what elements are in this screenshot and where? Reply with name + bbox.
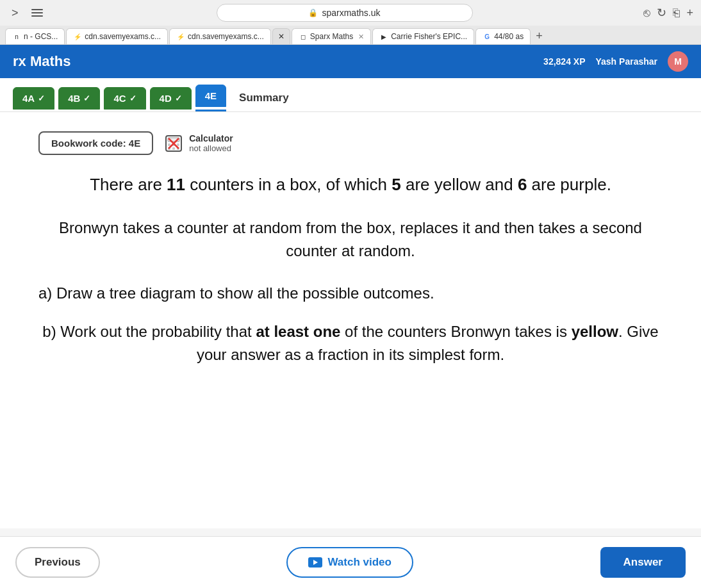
tab-4E-underline: [195, 110, 226, 111]
lock-icon: 🔒: [308, 8, 318, 17]
share-button[interactable]: ⎗: [673, 6, 680, 20]
tab-cdn1-favicon: ⚡: [73, 32, 82, 41]
user-name: Yash Parashar: [595, 56, 657, 67]
svg-rect-2: [168, 143, 170, 146]
tab-carrie-favicon: ▶: [379, 32, 388, 41]
tab-4D-label: 4D: [160, 93, 172, 104]
tab-cdn2-label: cdn.savemyexams.c...: [188, 32, 264, 41]
tab-4D[interactable]: 4D ✓: [150, 87, 192, 110]
calculator-icon: [163, 133, 184, 154]
browser-chrome: > 🔒 sparxmaths.uk ⎋ ↻ ⎗ + n n - GCS... ⚡…: [0, 0, 701, 45]
tab-4B-check-icon: ✓: [83, 94, 90, 103]
user-avatar[interactable]: M: [668, 51, 688, 72]
calculator-notice: Calculator not allowed: [163, 133, 233, 154]
tab-cdn1[interactable]: ⚡ cdn.savemyexams.c...: [66, 28, 168, 44]
tab-x-label: ✕: [278, 32, 285, 41]
browser-back-button[interactable]: >: [8, 5, 22, 21]
question-context: Bronwyn takes a counter at random from t…: [38, 216, 663, 263]
tab-4D-check-icon: ✓: [175, 94, 182, 103]
bottom-bar: Previous Watch video Answer: [0, 536, 701, 588]
tab-carrie-label: Carrie Fisher's EPIC...: [391, 32, 467, 41]
browser-menu-icon[interactable]: [29, 6, 45, 19]
refresh-icon[interactable]: ↻: [657, 6, 666, 20]
url-text: sparxmaths.uk: [322, 8, 380, 18]
watch-video-button[interactable]: Watch video: [286, 547, 413, 578]
num-yellow: 5: [392, 175, 400, 194]
tab-4E-label: 4E: [205, 90, 217, 101]
tab-cdn1-label: cdn.savemyexams.c...: [85, 32, 161, 41]
app-logo: rx Maths: [13, 53, 70, 70]
tab-4A[interactable]: 4A ✓: [13, 87, 54, 110]
num-total: 11: [167, 175, 185, 194]
app-header-right: 32,824 XP Yash Parashar M: [543, 51, 688, 72]
previous-button[interactable]: Previous: [15, 547, 100, 578]
tab-gcs[interactable]: n n - GCS...: [5, 28, 65, 44]
tabs-bar: n n - GCS... ⚡ cdn.savemyexams.c... ⚡ cd…: [0, 26, 701, 44]
tab-google[interactable]: G 44/80 as: [475, 28, 531, 44]
calculator-main-label: Calculator: [189, 133, 233, 143]
question-part-b: b) Work out the probability that at leas…: [38, 320, 663, 366]
share-icon[interactable]: ⎋: [643, 6, 650, 20]
xp-badge: 32,824 XP: [543, 56, 585, 67]
num-purple: 6: [518, 175, 527, 194]
tab-google-favicon: G: [482, 32, 491, 41]
tab-4B-label: 4B: [68, 93, 80, 104]
main-content: Bookwork code: 4E Calc: [0, 112, 701, 528]
bookwork-code-label: Bookwork code: 4E: [51, 138, 140, 149]
tab-google-label: 44/80 as: [494, 32, 524, 41]
bookwork-code-pill: Bookwork code: 4E: [38, 131, 153, 155]
tab-cdn2[interactable]: ⚡ cdn.savemyexams.c...: [169, 28, 271, 44]
tab-4A-label: 4A: [22, 93, 35, 104]
add-tab-button[interactable]: +: [686, 6, 693, 20]
watch-video-label: Watch video: [327, 556, 392, 569]
tab-carrie[interactable]: ▶ Carrie Fisher's EPIC...: [372, 28, 474, 44]
tab-summary[interactable]: Summary: [230, 86, 297, 110]
tab-4C[interactable]: 4C ✓: [104, 87, 145, 110]
tab-sparx-favicon: ◻: [299, 32, 308, 41]
answer-button[interactable]: Answer: [600, 547, 686, 578]
question-intro: There are 11 counters in a box, of which…: [38, 173, 663, 197]
tab-cdn2-favicon: ⚡: [176, 32, 185, 41]
tab-4C-check-icon: ✓: [129, 94, 136, 103]
tab-4B[interactable]: 4B ✓: [58, 87, 100, 110]
app-header: rx Maths 32,824 XP Yash Parashar M: [0, 45, 701, 78]
svg-rect-4: [177, 143, 179, 146]
bookwork-code-bar: Bookwork code: 4E Calc: [38, 131, 663, 155]
tab-sparx[interactable]: ◻ Sparx Maths ✕: [292, 28, 371, 44]
svg-rect-6: [172, 147, 175, 150]
address-bar[interactable]: 🔒 sparxmaths.uk: [217, 4, 473, 22]
question-part-a: a) Draw a tree diagram to show all the p…: [38, 282, 663, 305]
tab-gcs-label: n - GCS...: [24, 32, 58, 41]
tab-gcs-favicon: n: [12, 32, 21, 41]
tab-4C-label: 4C: [113, 93, 126, 104]
browser-top-bar: > 🔒 sparxmaths.uk ⎋ ↻ ⎗ +: [0, 0, 701, 26]
new-tab-button[interactable]: +: [532, 29, 547, 43]
browser-actions: ⎋ ↻ ⎗ +: [643, 6, 693, 20]
video-play-icon: [308, 557, 322, 568]
tab-sparx-label: Sparx Maths: [310, 32, 353, 41]
progress-tabs: 4A ✓ 4B ✓ 4C ✓ 4D ✓ 4E Summary: [0, 78, 701, 112]
tab-summary-label: Summary: [239, 92, 288, 104]
tab-sparx-close[interactable]: ✕: [358, 33, 364, 41]
calculator-text: Calculator not allowed: [189, 133, 233, 153]
calculator-sub-label: not allowed: [189, 143, 233, 153]
tab-4A-check-icon: ✓: [38, 94, 45, 103]
tab-4E[interactable]: 4E: [195, 85, 226, 107]
tab-x[interactable]: ✕: [272, 28, 290, 44]
